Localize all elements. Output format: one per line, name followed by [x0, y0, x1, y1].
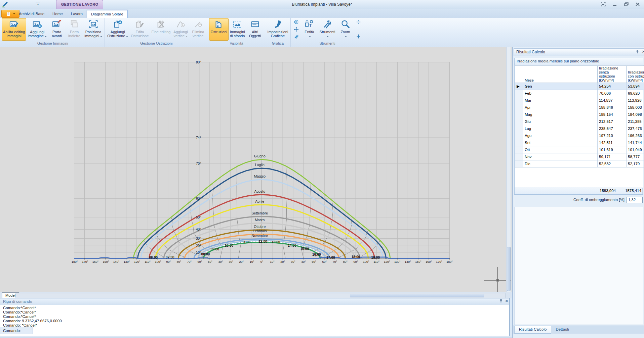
row-marker — [515, 118, 523, 125]
panel-bottom-tabs: Risultati CalcoloDettagli — [513, 326, 644, 334]
delete-vertex-icon — [193, 19, 203, 29]
entity-icon: T — [304, 19, 314, 29]
fit-window-icon[interactable] — [600, 1, 607, 7]
button-label: vertice — [174, 34, 188, 38]
table-row-mar[interactable]: Mar114,537113,926 — [515, 97, 644, 104]
table-row-giu[interactable]: Giu212,517211,385 — [515, 118, 644, 125]
svg-text:Aprile: Aprile — [255, 199, 264, 203]
deselect-button[interactable] — [292, 19, 300, 25]
add-vertex-icon — [175, 19, 186, 29]
tools-icon — [322, 19, 332, 29]
column-header-0[interactable]: Mese — [523, 66, 598, 83]
command-window-header[interactable]: Riga di comando × — [0, 298, 509, 305]
con-ostruzioni-cell: 113,926 — [627, 97, 644, 104]
split-horizontal-button[interactable] — [354, 19, 362, 25]
row-marker — [515, 139, 523, 146]
table-row-apr[interactable]: Apr155,846155,003 — [515, 104, 644, 111]
pin-icon[interactable] — [499, 299, 503, 303]
porta-avanti-button[interactable]: Portaavanti — [48, 18, 66, 41]
drawing-canvas[interactable]: -180°-170°-160°-150°-140°-130°-120°-110°… — [0, 47, 512, 292]
zoom-button[interactable]: Zoom — [336, 18, 354, 41]
row-marker — [515, 132, 523, 139]
altri-oggetti-button[interactable]: AltriOggetti — [246, 18, 264, 41]
ribbon-tabs: Archivi di BaseHomeLavoroDiagramma Solar… — [15, 10, 128, 18]
svg-text:-30°: -30° — [228, 260, 234, 263]
table-row-feb[interactable]: Feb70,00669,620 — [515, 90, 644, 97]
mese-cell: Ago — [523, 132, 598, 139]
window-title: Blumatica Impianti - Villa Savoye* — [0, 0, 644, 9]
entit-button[interactable]: TEntità — [300, 18, 318, 41]
panel-tab-risultati-calcolo[interactable]: Risultati Calcolo — [514, 326, 551, 334]
tools-icon — [322, 19, 332, 29]
results-panel-header[interactable]: Risultati Calcolo × — [514, 48, 644, 56]
button-label: avanti — [52, 34, 62, 38]
send-backward-icon — [69, 19, 79, 29]
senza-ostruzioni-cell: 238,547 — [598, 125, 627, 132]
dropdown-arrow-icon — [126, 36, 128, 37]
table-row-ott[interactable]: Ott101,619101,049 — [515, 146, 644, 153]
table-row-nov[interactable]: Nov59,17158,777 — [515, 153, 644, 160]
split-vertical-button[interactable] — [354, 33, 362, 40]
abilita-editing-immagini-button[interactable]: Abilita editingimmagini — [2, 18, 26, 41]
close-icon[interactable] — [634, 1, 641, 7]
button-label: di sfondo — [230, 34, 245, 38]
tab-diagramma-solare[interactable]: Diagramma Solare — [87, 10, 128, 18]
table-row-set[interactable]: Set142,511141,744 — [515, 139, 644, 146]
aggiungi-ostruzione-button[interactable]: AggiungiOstruzione — [106, 18, 129, 41]
table-row-dic[interactable]: Dic52,53252,179 — [515, 160, 644, 167]
column-header-2[interactable]: Irradiazione con ostruzioni [kWh/m²] — [627, 66, 644, 83]
pan-button[interactable] — [292, 26, 300, 33]
table-row-lug[interactable]: Lug238,547237,476 — [515, 125, 644, 132]
svg-text:-20°: -20° — [238, 260, 244, 263]
svg-text:Febbraio: Febbraio — [253, 229, 267, 233]
table-row-ago[interactable]: Ago197,210196,263 — [515, 132, 644, 139]
group-label: Strumenti — [292, 41, 363, 46]
draw-order-icon — [293, 34, 299, 39]
minimize-icon[interactable] — [611, 1, 618, 7]
irradiation-section-header: Irradiazione media mensile sul piano ori… — [515, 58, 643, 65]
aggiungi-immagine-button[interactable]: Aggiungiimmagine — [26, 18, 48, 41]
svg-text:80°: 80° — [196, 60, 201, 64]
panel-tab-dettagli[interactable]: Dettagli — [551, 326, 573, 334]
tab-archivi-di-base[interactable]: Archivi di Base — [15, 10, 48, 18]
add-image-icon — [32, 19, 42, 29]
vertical-scrollbar-thumb[interactable] — [507, 247, 511, 291]
table-row-mag[interactable]: Mag185,154184,098 — [515, 111, 644, 118]
tab-home[interactable]: Home — [48, 10, 67, 18]
bring-forward-icon — [52, 19, 62, 29]
delete-vertex-icon — [193, 19, 203, 29]
strumenti-button[interactable]: Strumenti — [318, 18, 336, 41]
row-marker — [515, 111, 523, 118]
results-panel-title: Risultati Calcolo — [516, 50, 545, 54]
pin-icon[interactable] — [635, 49, 640, 54]
posiziona-immagini-button[interactable]: Posizionaimmagini — [83, 18, 104, 41]
row-marker-header — [515, 66, 523, 83]
dropdown-arrow-icon — [100, 36, 102, 37]
close-icon[interactable]: × — [642, 49, 644, 54]
table-row-gen[interactable]: ▶Gen54,25453,894 — [515, 83, 644, 90]
total-con-ostruzioni: 1575,414 — [617, 188, 643, 194]
svg-text:180°: 180° — [446, 260, 453, 263]
button-label: immagini — [7, 34, 22, 38]
immagini-di-sfondo-button[interactable]: Immaginidi sfondo — [229, 18, 246, 41]
command-window-title: Riga di comando — [3, 299, 32, 303]
draw-order-button[interactable] — [292, 33, 300, 40]
ostruzioni-button[interactable]: Ostruzioni — [209, 18, 229, 41]
svg-text:120°: 120° — [384, 260, 390, 263]
command-input[interactable] — [33, 327, 509, 334]
svg-text:14:00: 14:00 — [288, 244, 296, 247]
column-header-1[interactable]: Irradiazione senza ostruzioni [kWh/m²] — [598, 66, 627, 83]
close-icon[interactable]: × — [505, 299, 508, 303]
canvas-vertical-scrollbar[interactable] — [506, 47, 511, 292]
horizontal-scrollbar-thumb[interactable] — [350, 294, 484, 297]
impostazioni-grafiche-button[interactable]: ImpostazioniGrafiche — [266, 18, 290, 41]
svg-text:T: T — [309, 23, 312, 28]
tab-lavoro[interactable]: Lavoro — [67, 10, 87, 18]
svg-text:-140°: -140° — [112, 260, 120, 263]
svg-text:08:00: 08:00 — [201, 252, 210, 256]
svg-text:-110°: -110° — [144, 260, 151, 263]
graphic-settings-icon — [273, 19, 283, 29]
svg-text:-90°: -90° — [165, 260, 171, 263]
canvas-horizontal-scrollbar[interactable] — [15, 293, 506, 298]
restore-icon[interactable] — [622, 1, 630, 7]
